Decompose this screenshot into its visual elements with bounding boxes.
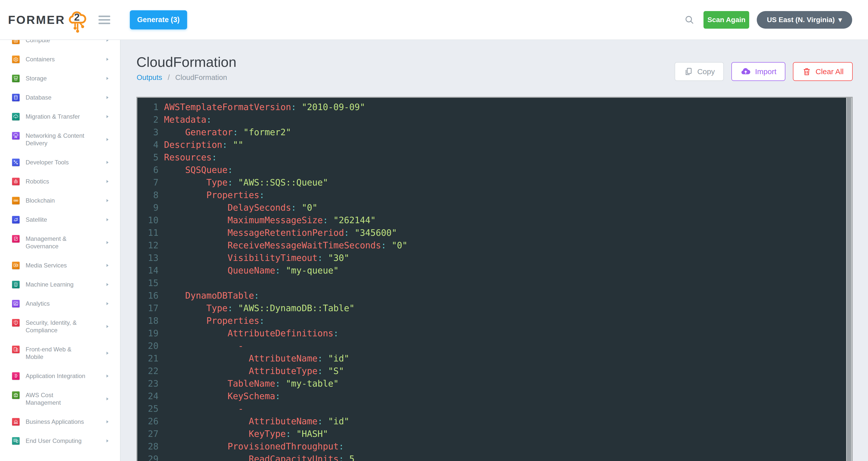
code-line-number: 8 (137, 189, 164, 201)
copy-button[interactable]: Copy (675, 62, 724, 81)
scan-again-button[interactable]: Scan Again (704, 11, 749, 29)
chevron-right-icon (105, 240, 110, 244)
cloudformation-template-editor[interactable]: 1AWSTemplateFormatVersion: "2010-09-09"2… (136, 97, 853, 461)
code-line: 14 QueueName: "my-queue" (137, 264, 845, 277)
code-line: 10 MaximumMessageSize: "262144" (137, 214, 845, 227)
former2-logo[interactable]: FORMER 2 (8, 4, 88, 35)
search-icon[interactable] (683, 13, 696, 26)
clear-all-button[interactable]: Clear All (793, 62, 853, 81)
code-line: 29 ReadCapacityUnits: 5 (137, 453, 845, 461)
sidebar-item-analytics[interactable]: Analytics (0, 294, 120, 313)
code-line: 8 Properties: (137, 189, 845, 201)
code-line-number: 7 (137, 176, 164, 189)
code-line: 26 AttributeName: "id" (137, 415, 845, 428)
aws-cost-management-icon (12, 392, 20, 399)
code-line: 24 KeySchema: (137, 390, 845, 402)
logo-text: FORMER (8, 13, 65, 27)
code-line-number: 10 (137, 214, 164, 227)
robotics-icon (12, 178, 20, 185)
menu-toggle-icon[interactable] (97, 14, 112, 26)
code-line: 1AWSTemplateFormatVersion: "2010-09-09" (137, 101, 845, 113)
breadcrumb-outputs-link[interactable]: Outputs (136, 74, 162, 81)
code-line-content: KeySchema: (164, 390, 281, 402)
code-line-number: 24 (137, 390, 164, 402)
sidebar-item-security-identity-compliance[interactable]: Security, Identity, & Compliance (0, 313, 120, 340)
sidebar-item-label: Robotics (26, 178, 49, 185)
sidebar-item-label: Developer Tools (26, 159, 69, 166)
sidebar-item-blockchain[interactable]: Blockchain (0, 191, 120, 210)
sidebar-item-application-integration[interactable]: Application Integration (0, 367, 120, 385)
import-button[interactable]: Import (732, 62, 785, 81)
code-line-number: 20 (137, 340, 164, 352)
editor-scrollbar[interactable] (846, 98, 852, 461)
code-line-content: Type: "AWS::SQS::Queue" (164, 176, 328, 189)
chevron-right-icon (105, 77, 110, 81)
sidebar-item-compute[interactable]: Compute (0, 40, 120, 50)
code-line-content: Description: "" (164, 139, 243, 151)
satellite-icon (12, 216, 20, 224)
storage-icon (12, 75, 20, 82)
code-line-content: - (164, 402, 243, 415)
sidebar-item-machine-learning[interactable]: Machine Learning (0, 275, 120, 294)
code-line-number: 14 (137, 264, 164, 277)
management-governance-icon (12, 235, 20, 242)
business-applications-icon (12, 418, 20, 426)
developer-tools-icon (12, 159, 20, 166)
template-actions: Copy Import Clear All (675, 62, 853, 81)
code-line: 6 SQSQueue: (137, 164, 845, 176)
sidebar-item-developer-tools[interactable]: Developer Tools (0, 153, 120, 172)
code-line-content: DelaySeconds: "0" (164, 201, 317, 214)
code-line: 17 Type: "AWS::DynamoDB::Table" (137, 302, 845, 314)
compute-icon (12, 40, 20, 44)
sidebar-item-database[interactable]: Database (0, 88, 120, 107)
code-line-content: AWSTemplateFormatVersion: "2010-09-09" (164, 101, 365, 113)
sidebar-item-end-user-computing[interactable]: End User Computing (0, 431, 120, 451)
code-line-number: 29 (137, 453, 164, 461)
sidebar-item-aws-cost-management[interactable]: AWS Cost Management (0, 385, 120, 412)
database-icon (12, 94, 20, 101)
code-line: 12 ReceiveMessageWaitTimeSeconds: "0" (137, 239, 845, 252)
code-line-content: Metadata: (164, 113, 212, 126)
sidebar-item-label: Satellite (26, 216, 47, 224)
sidebar-item-networking-content-delivery[interactable]: Networking & Content Delivery (0, 126, 120, 153)
sidebar-item-containers[interactable]: Containers (0, 50, 120, 69)
code-line: 16 DynamoDBTable: (137, 289, 845, 302)
sidebar-item-front-end-web-mobile[interactable]: Front-end Web & Mobile (0, 340, 120, 367)
security-identity-compliance-icon (12, 319, 20, 326)
code-line-number: 25 (137, 402, 164, 415)
machine-learning-icon (12, 281, 20, 288)
code-line-number: 5 (137, 151, 164, 164)
code-line-content: AttributeType: "S" (164, 365, 344, 377)
code-line-number: 2 (137, 113, 164, 126)
code-line-content: TableName: "my-table" (164, 377, 339, 390)
sidebar-item-label: Database (26, 94, 52, 101)
sidebar-item-management-governance[interactable]: Management & Governance (0, 229, 120, 256)
sidebar-item-robotics[interactable]: Robotics (0, 172, 120, 191)
sidebar-item-label: Media Services (26, 262, 67, 269)
sidebar-item-label: Analytics (26, 300, 50, 308)
sidebar-item-migration-transfer[interactable]: Migration & Transfer (0, 107, 120, 126)
application-integration-icon (12, 372, 20, 380)
logo-cloud-icon: 2 (67, 8, 88, 35)
chevron-right-icon (105, 439, 110, 443)
sidebar-item-label: AWS Cost Management (26, 392, 88, 406)
code-line-content: AttributeName: "id" (164, 352, 349, 365)
code-line-content: SQSQueue: (164, 164, 233, 176)
editor-scrollbar-thumb[interactable] (847, 98, 851, 461)
sidebar-item-media-services[interactable]: Media Services (0, 256, 120, 275)
code-content: 1AWSTemplateFormatVersion: "2010-09-09"2… (137, 101, 845, 461)
generate-button[interactable]: Generate (3) (130, 10, 187, 29)
region-selector[interactable]: US East (N. Virginia) ▼ (757, 11, 852, 29)
code-line-number: 28 (137, 440, 164, 453)
code-line: 2Metadata: (137, 113, 845, 126)
sidebar-item-business-applications[interactable]: Business Applications (0, 412, 120, 431)
code-line-number: 21 (137, 352, 164, 365)
code-line-content: Properties: (164, 314, 265, 327)
sidebar-item-satellite[interactable]: Satellite (0, 210, 120, 229)
code-line: 4Description: "" (137, 139, 845, 151)
code-line: 13 VisibilityTimeout: "30" (137, 252, 845, 264)
code-line-content: Properties: (164, 189, 265, 201)
breadcrumb-current: CloudFormation (175, 74, 227, 81)
chevron-right-icon (105, 218, 110, 222)
sidebar-item-storage[interactable]: Storage (0, 69, 120, 88)
